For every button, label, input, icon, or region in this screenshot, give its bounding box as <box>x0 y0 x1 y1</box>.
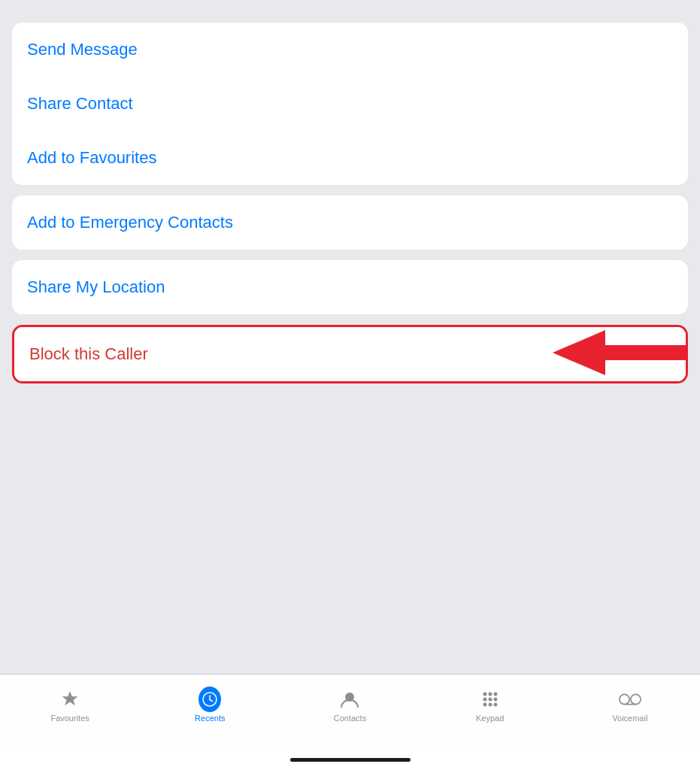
arrow-indicator <box>545 323 695 386</box>
svg-point-3 <box>483 692 486 696</box>
send-message-label: Send Message <box>27 40 138 59</box>
share-contact-item[interactable]: Share Contact <box>12 77 688 131</box>
svg-marker-0 <box>553 330 688 375</box>
home-bar <box>290 758 411 762</box>
tab-contacts[interactable]: Contacts <box>320 688 380 723</box>
svg-point-5 <box>493 692 497 696</box>
voicemail-tab-label: Voicemail <box>612 714 647 723</box>
share-contact-label: Share Contact <box>27 94 133 114</box>
keypad-icon <box>479 688 502 711</box>
block-caller-section: Block this Caller <box>12 325 688 383</box>
svg-point-9 <box>483 702 486 706</box>
add-to-emergency-label: Add to Emergency Contacts <box>27 213 233 232</box>
svg-point-13 <box>631 694 641 704</box>
favourites-icon <box>59 688 81 711</box>
send-message-item[interactable]: Send Message <box>12 23 688 77</box>
keypad-tab-label: Keypad <box>476 714 504 723</box>
svg-point-12 <box>620 694 629 704</box>
tab-keypad[interactable]: Keypad <box>460 688 520 723</box>
svg-point-10 <box>488 702 492 706</box>
tab-recents[interactable]: Recents <box>180 688 240 723</box>
recents-icon <box>198 688 221 711</box>
svg-point-4 <box>488 692 492 696</box>
add-to-favourites-item[interactable]: Add to Favourites <box>12 131 688 185</box>
svg-point-8 <box>493 697 497 701</box>
voicemail-icon <box>619 688 641 711</box>
share-location-item[interactable]: Share My Location <box>12 260 688 314</box>
contacts-tab-label: Contacts <box>334 714 366 723</box>
block-caller-label: Block this Caller <box>29 344 148 364</box>
main-content: Send Message Share Contact Add to Favour… <box>0 0 700 674</box>
recents-tab-label: Recents <box>195 714 225 723</box>
red-arrow-icon <box>545 323 695 383</box>
menu-group-1: Send Message Share Contact Add to Favour… <box>12 23 688 185</box>
svg-point-7 <box>488 697 492 701</box>
tab-favourites[interactable]: Favourites <box>40 688 100 723</box>
tab-voicemail[interactable]: Voicemail <box>600 688 660 723</box>
share-location-label: Share My Location <box>27 277 165 297</box>
add-to-favourites-label: Add to Favourites <box>27 148 156 168</box>
favourites-tab-label: Favourites <box>50 714 89 723</box>
contacts-icon <box>338 688 361 711</box>
svg-point-11 <box>493 702 497 706</box>
tab-bar: Favourites Recents Contacts <box>0 674 700 749</box>
svg-point-6 <box>483 697 486 701</box>
add-to-emergency-item[interactable]: Add to Emergency Contacts <box>12 196 688 250</box>
menu-group-2: Add to Emergency Contacts <box>12 196 688 250</box>
home-indicator <box>0 749 700 770</box>
menu-group-3: Share My Location <box>12 260 688 314</box>
